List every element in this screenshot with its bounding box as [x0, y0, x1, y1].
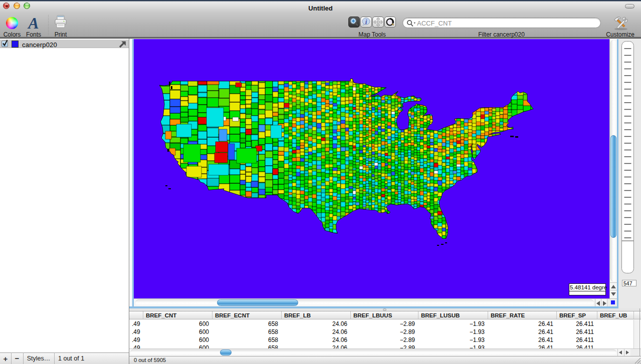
svg-text:i: i — [365, 18, 367, 26]
